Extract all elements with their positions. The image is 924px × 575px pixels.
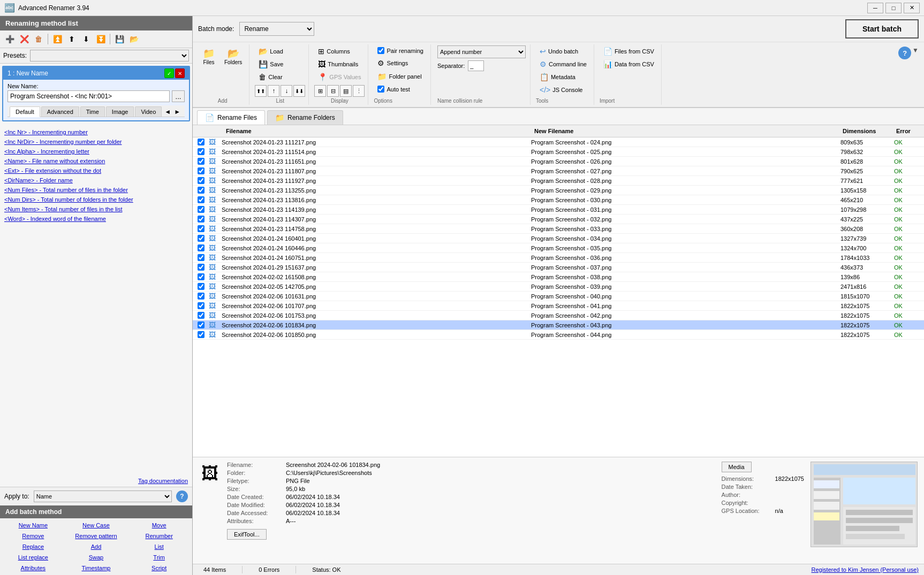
row-checkbox[interactable] (198, 177, 205, 184)
tag-name[interactable]: <Name> - File name without extension (4, 157, 188, 165)
tab-advanced[interactable]: Advanced (41, 106, 79, 117)
batch-mode-combo[interactable]: Rename Copy Move Archive (239, 22, 314, 36)
row-checkbox[interactable] (198, 273, 205, 280)
display-thumbnails-button[interactable]: 🖼 Thumbnails (314, 58, 365, 70)
table-row[interactable]: 🖼 Screenshot 2024-01-23 114139.png Progr… (193, 205, 924, 214)
list-move-top-button[interactable]: ⬆⬆ (255, 85, 267, 97)
table-row[interactable]: 🖼 Screenshot 2024-02-02 161508.png Progr… (193, 272, 924, 282)
pair-renaming-check[interactable] (377, 47, 384, 54)
display-view-btn1[interactable]: ⊞ (314, 85, 326, 97)
batch-attributes[interactable]: Attributes (2, 563, 64, 573)
exiftool-button[interactable]: ExifTool... (227, 529, 267, 540)
table-row[interactable]: 🖼 Screenshot 2024-01-23 113816.png Progr… (193, 195, 924, 205)
batch-remove-pattern[interactable]: Remove pattern (65, 531, 127, 541)
apply-to-combo[interactable]: Name Extension Both (34, 490, 172, 502)
batch-swap[interactable]: Swap (65, 553, 127, 562)
ribbon-dropdown-button[interactable]: ▼ (912, 47, 919, 54)
list-clear-button[interactable]: 🗑 Clear (255, 71, 305, 83)
batch-move[interactable]: Move (128, 520, 190, 530)
tag-inc-alpha[interactable]: <Inc Alpha> - Incrementing letter (4, 147, 188, 156)
row-checkbox[interactable] (198, 283, 205, 290)
row-checkbox[interactable] (198, 206, 205, 213)
command-line-button[interactable]: ⚙ Command line (536, 58, 590, 70)
row-checkbox[interactable] (198, 158, 205, 165)
row-checkbox[interactable] (198, 225, 205, 232)
undo-batch-button[interactable]: ↩ Undo batch (536, 45, 590, 57)
display-columns-button[interactable]: ⊞ Columns (314, 45, 365, 57)
row-checkbox[interactable] (198, 187, 205, 194)
move-down-button[interactable]: ⬇ (80, 33, 93, 45)
table-row[interactable]: 🖼 Screenshot 2024-01-23 111807.png Progr… (193, 166, 924, 176)
tag-num-items[interactable]: <Num Items> - Total number of files in t… (4, 205, 188, 213)
table-row[interactable]: 🖼 Screenshot 2024-01-24 160446.png Progr… (193, 243, 924, 253)
table-row[interactable]: 🖼 Screenshot 2024-01-24 160401.png Progr… (193, 234, 924, 243)
close-button[interactable]: ✕ (904, 3, 920, 13)
tag-inc-nr-dir[interactable]: <Inc NrDir> - Incrementing number per fo… (4, 137, 188, 146)
tag-num-dirs[interactable]: <Num Dirs> - Total number of folders in … (4, 195, 188, 204)
tag-dirname[interactable]: <DirName> - Folder name (4, 176, 188, 185)
tab-rename-files[interactable]: 📄 Rename Files (197, 110, 265, 125)
remove-all-methods-button[interactable]: 🗑 (32, 33, 45, 45)
table-row[interactable]: 🖼 Screenshot 2024-02-06 101707.png Progr… (193, 301, 924, 311)
tag-word[interactable]: <Word> - Indexed word of the filename (4, 214, 188, 223)
row-checkbox[interactable] (198, 331, 205, 338)
display-gps-button[interactable]: 📍 GPS Values (314, 71, 365, 83)
table-row[interactable]: 🖼 Screenshot 2024-01-23 111927.png Progr… (193, 176, 924, 186)
row-checkbox[interactable] (198, 167, 205, 174)
separator-input[interactable] (468, 60, 484, 71)
presets-combo[interactable] (30, 50, 189, 62)
minimize-button[interactable]: ─ (867, 3, 883, 13)
add-method-button[interactable]: ➕ (3, 33, 16, 45)
add-folders-button[interactable]: 📂 Folders (221, 45, 246, 97)
list-load-button[interactable]: 📂 Load (255, 45, 305, 57)
batch-new-name[interactable]: New Name (2, 520, 64, 530)
load-methods-button[interactable]: 📂 (127, 33, 140, 45)
col-dimensions[interactable]: Dimensions (838, 127, 892, 135)
display-view-btn2[interactable]: ⊟ (327, 85, 339, 97)
table-row[interactable]: 🖼 Screenshot 2024-01-23 111651.png Progr… (193, 157, 924, 166)
registered-link[interactable]: Registered to Kim Jensen (Personal use) (811, 566, 919, 573)
move-up-button[interactable]: ⬆ (65, 33, 78, 45)
tab-video[interactable]: Video (135, 106, 162, 117)
batch-renumber[interactable]: Renumber (128, 531, 190, 541)
maximize-button[interactable]: □ (885, 3, 902, 13)
tab-time[interactable]: Time (80, 106, 105, 117)
files-from-csv-button[interactable]: 📄 Files from CSV (600, 45, 658, 57)
add-files-button[interactable]: 📁 Files (199, 45, 218, 97)
batch-replace[interactable]: Replace (2, 542, 64, 551)
tag-ext[interactable]: <Ext> - File extension without the dot (4, 166, 188, 175)
tag-num-files[interactable]: <Num Files> - Total number of files in t… (4, 186, 188, 194)
col-error[interactable]: Error (892, 127, 924, 135)
folder-panel-button[interactable]: 📁 Folder panel (374, 71, 427, 82)
table-row[interactable]: 🖼 Screenshot 2024-02-05 142705.png Progr… (193, 282, 924, 292)
tag-inc-nr[interactable]: <Inc Nr> - Incrementing number (4, 128, 188, 136)
batch-script[interactable]: Script (128, 563, 190, 573)
tab-scroll-left[interactable]: ◄ (163, 106, 172, 117)
col-filename[interactable]: Filename (222, 127, 530, 135)
row-checkbox[interactable] (198, 216, 205, 223)
tab-rename-folders[interactable]: 📁 Rename Folders (267, 110, 343, 125)
row-checkbox[interactable] (198, 148, 205, 155)
col-new-filename[interactable]: New Filename (530, 127, 838, 135)
row-checkbox[interactable] (198, 196, 205, 203)
tag-documentation-link[interactable]: Tag documentation (138, 478, 188, 484)
data-from-csv-button[interactable]: 📊 Data from CSV (600, 58, 658, 70)
tab-image[interactable]: Image (106, 106, 134, 117)
display-view-btn3[interactable]: ▤ (340, 85, 352, 97)
media-tab-button[interactable]: Media (722, 462, 752, 472)
new-name-dots-button[interactable]: ... (172, 90, 185, 102)
move-bottom-button[interactable]: ⏬ (94, 33, 107, 45)
move-top-button[interactable]: ⏫ (51, 33, 64, 45)
js-console-button[interactable]: </> JS Console (536, 84, 590, 96)
batch-timestamp[interactable]: Timestamp (65, 563, 127, 573)
row-checkbox[interactable] (198, 264, 205, 271)
list-move-up-button[interactable]: ↑ (268, 85, 279, 97)
table-row[interactable]: 🖼 Screenshot 2024-02-06 101631.png Progr… (193, 292, 924, 301)
auto-test-button[interactable]: Auto test (374, 84, 427, 94)
batch-list-replace[interactable]: List replace (2, 553, 64, 562)
table-row[interactable]: 🖼 Screenshot 2024-01-24 160751.png Progr… (193, 253, 924, 263)
start-batch-button[interactable]: Start batch (845, 19, 919, 39)
new-name-input[interactable] (7, 90, 170, 102)
method-delete-button[interactable]: ✕ (175, 68, 185, 78)
table-row[interactable]: 🖼 Screenshot 2024-02-06 101834.png Progr… (193, 320, 924, 330)
